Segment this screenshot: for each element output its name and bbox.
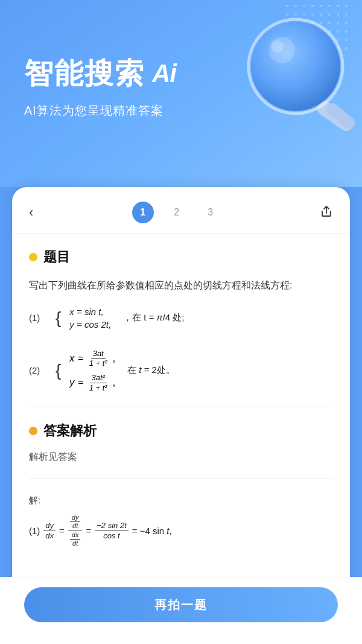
page-nav: ‹ 1 2 3 xyxy=(12,187,350,234)
answer-header: 答案解析 xyxy=(29,422,333,440)
problem-1: (1) { x = sin t, y = cos 2t, ，在 t = π/4 … xyxy=(29,307,333,330)
page-numbers: 1 2 3 xyxy=(132,202,221,223)
svg-point-2 xyxy=(251,22,340,111)
back-button[interactable]: ‹ xyxy=(29,205,33,220)
ai-badge: Ai xyxy=(152,59,176,88)
problem-1-condition: ，在 t = π/4 处; xyxy=(123,312,184,324)
svg-point-4 xyxy=(272,40,284,53)
solution-1-label: (1) xyxy=(29,526,40,536)
content-card: ‹ 1 2 3 题目 写出下列曲线在所给参数值相应的点处的切线方程和法线方程: … xyxy=(12,187,350,638)
page-2-button[interactable]: 2 xyxy=(166,202,188,223)
frac-x: 3at 1 + t² xyxy=(87,349,109,368)
hero-title: 智能搜索 xyxy=(24,54,145,93)
hero-section: 智能搜索 Ai AI算法为您呈现精准答案 xyxy=(0,0,362,187)
section-divider xyxy=(29,407,333,407)
answer-note: 解析见答案 xyxy=(29,451,333,464)
question-title: 题目 xyxy=(43,248,70,266)
solution-label: 解: xyxy=(29,493,333,508)
answer-title: 答案解析 xyxy=(43,422,97,440)
page-1-button[interactable]: 1 xyxy=(132,202,154,223)
magnifier-icon xyxy=(238,9,362,142)
retake-button[interactable]: 再拍一题 xyxy=(24,587,338,622)
question-section: 题目 写出下列曲线在所给参数值相应的点处的切线方程和法线方程: (1) { x … xyxy=(12,234,350,566)
problem-2-brace: { xyxy=(56,362,61,379)
problem-2-condition: 在 t = 2处。 xyxy=(127,365,175,376)
bottom-bar: 再拍一题 xyxy=(0,577,362,644)
problem-1-eq2: y = cos 2t, xyxy=(69,319,111,330)
problem-1-brace: { xyxy=(56,310,61,327)
share-button[interactable] xyxy=(320,205,333,221)
question-dot xyxy=(29,253,37,261)
problem-1-label: (1) xyxy=(29,313,47,323)
frac-y: 3at² 1 + t² xyxy=(87,373,109,392)
answer-dot xyxy=(29,427,37,435)
question-description: 写出下列曲线在所给参数值相应的点处的切线方程和法线方程: xyxy=(29,277,333,295)
question-header: 题目 xyxy=(29,248,333,266)
answer-divider xyxy=(29,478,333,479)
problem-1-eq1: x = sin t, xyxy=(69,307,111,317)
problem-2-equations: x = 3at 1 + t² , y = 3at² 1 + t² , xyxy=(69,349,115,392)
problem-1-equations: x = sin t, y = cos 2t, xyxy=(69,307,111,330)
solution-1: (1) dy dx = dy dt xyxy=(29,514,333,547)
problem-2-label: (2) xyxy=(29,365,47,375)
problem-2: (2) { x = 3at 1 + t² , y = 3at² xyxy=(29,349,333,392)
page-3-button[interactable]: 3 xyxy=(200,202,221,223)
